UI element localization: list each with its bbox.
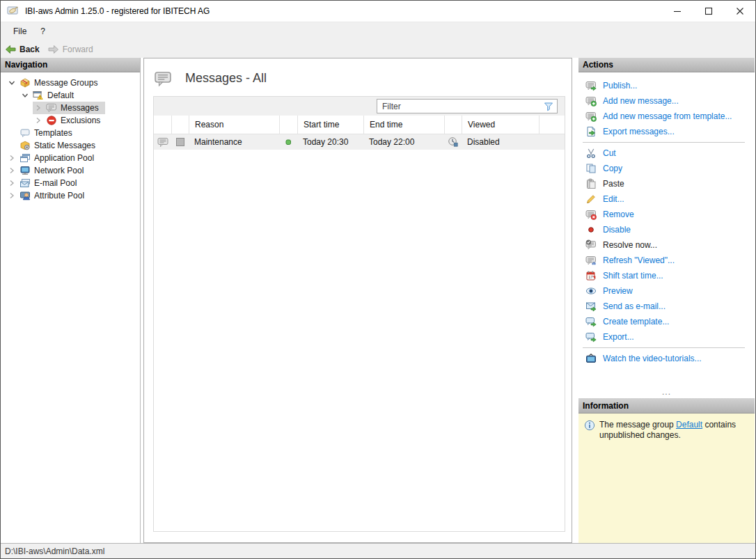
- action-label: Edit...: [603, 194, 624, 204]
- menu-help[interactable]: ?: [33, 24, 52, 39]
- action-send-as-e-mail[interactable]: Send as e-mail...: [578, 299, 755, 314]
- chevron-right-icon[interactable]: [6, 152, 19, 164]
- default-group-link[interactable]: Default: [676, 420, 702, 430]
- chevron-down-icon[interactable]: [19, 90, 32, 101]
- menu-file[interactable]: File: [6, 24, 33, 39]
- app-icon: [7, 6, 19, 17]
- chevron-right-icon[interactable]: [6, 178, 19, 189]
- action-label: Copy: [603, 164, 622, 173]
- filter-field: [377, 99, 558, 113]
- back-button[interactable]: Back: [5, 44, 40, 55]
- action-export-messages[interactable]: Export messages...: [578, 124, 755, 139]
- chevron-right-icon[interactable]: [33, 102, 45, 113]
- remove-icon: [585, 209, 597, 220]
- page-title: Messages - All: [185, 71, 267, 86]
- message-viewed: Disabled: [462, 137, 539, 147]
- message-end-time: Today 22:00: [363, 137, 444, 147]
- column-header-viewed[interactable]: Viewed: [462, 116, 539, 134]
- column-header-spacer: [539, 116, 565, 134]
- action-label: Paste: [603, 179, 624, 189]
- tree-item-messages[interactable]: Messages: [1, 102, 140, 114]
- network-pool-icon: [19, 165, 31, 176]
- tree-item-label: Exclusions: [61, 116, 100, 125]
- information-header: Information: [578, 398, 755, 414]
- tree-item-label: Static Messages: [34, 141, 95, 150]
- forward-label: Forward: [63, 45, 93, 54]
- close-button[interactable]: [724, 1, 755, 22]
- messages-bubble-icon: [153, 70, 173, 87]
- action-watch-the-video-tutorials[interactable]: Watch the video-tutorials...: [578, 351, 755, 366]
- action-preview[interactable]: Preview: [578, 283, 755, 299]
- message-row[interactable]: Maintenance Today 20:30 Today 22:00 Disa…: [154, 134, 565, 150]
- action-shift-start-time[interactable]: 17Shift start time...: [578, 268, 755, 283]
- messages-icon: [46, 102, 57, 113]
- forward-arrow-icon: [48, 44, 59, 55]
- column-header-viewed-icon: [444, 116, 462, 134]
- action-edit[interactable]: Edit...: [578, 191, 755, 207]
- navigation-panel: Navigation Message GroupsDefaultMessages…: [1, 58, 141, 543]
- tree-item-default[interactable]: Default: [1, 89, 140, 102]
- tree-item-label: Templates: [34, 128, 72, 138]
- minimize-button[interactable]: [661, 1, 693, 22]
- action-cut[interactable]: Cut: [578, 145, 755, 161]
- action-remove[interactable]: Remove: [578, 207, 755, 222]
- action-label: Create template...: [603, 317, 669, 326]
- tree-item-e-mail-pool[interactable]: E-mail Pool: [1, 177, 140, 189]
- main-panel: Messages - All Reason Start time End tim…: [143, 58, 572, 543]
- edit-icon: [585, 194, 597, 205]
- action-label: Cut: [603, 148, 616, 158]
- action-label: Watch the video-tutorials...: [603, 354, 702, 363]
- filter-input[interactable]: [377, 99, 558, 113]
- window-title: IBI-aws Admin 1.25.0 - registered for IB…: [25, 6, 210, 16]
- chevron-right-icon[interactable]: [6, 190, 19, 201]
- tree-item-exclusions[interactable]: Exclusions: [1, 114, 140, 127]
- action-label: Shift start time...: [603, 271, 663, 281]
- forward-button: Forward: [48, 44, 93, 55]
- action-label: Add new message from template...: [603, 111, 732, 121]
- tree-item-label: E-mail Pool: [34, 178, 77, 188]
- action-export[interactable]: Export...: [578, 329, 755, 345]
- paste-icon: [585, 178, 597, 189]
- action-paste: Paste: [578, 176, 755, 191]
- action-publish[interactable]: Publish...: [578, 78, 755, 93]
- column-header-status: [279, 116, 297, 134]
- chevron-right-icon[interactable]: [33, 115, 45, 126]
- tree-item-message-groups[interactable]: Message Groups: [1, 77, 140, 89]
- chevron-right-icon[interactable]: [6, 165, 19, 176]
- action-label: Add new message...: [603, 96, 679, 106]
- action-create-template[interactable]: Create template...: [578, 314, 755, 329]
- attribute-pool-icon: [19, 190, 31, 201]
- action-add-new-message[interactable]: Add new message...: [578, 93, 755, 109]
- action-label: Resolve now...: [603, 240, 657, 250]
- tree-item-label: Application Pool: [34, 153, 94, 163]
- chevron-down-icon[interactable]: [6, 77, 19, 88]
- navigation-tree: Message GroupsDefaultMessagesExclusionsT…: [1, 72, 140, 202]
- action-copy[interactable]: Copy: [578, 161, 755, 176]
- app-window: IBI-aws Admin 1.25.0 - registered for IB…: [0, 0, 756, 559]
- panel-splitter-handle[interactable]: ...: [578, 390, 755, 398]
- filter-bar: [154, 97, 565, 116]
- tree-item-static-messages[interactable]: Static Messages: [1, 139, 140, 152]
- action-label: Remove: [603, 210, 634, 219]
- tree-item-attribute-pool[interactable]: Attribute Pool: [1, 189, 140, 202]
- tree-item-label: Network Pool: [34, 166, 84, 175]
- tree-item-label: Messages: [61, 103, 99, 113]
- action-disable[interactable]: Disable: [578, 222, 755, 237]
- window-controls: [661, 1, 755, 22]
- column-header-end-time[interactable]: End time: [363, 116, 444, 134]
- action-add-new-message-from-template[interactable]: Add new message from template...: [578, 109, 755, 124]
- column-header-start-time[interactable]: Start time: [297, 116, 363, 134]
- filter-funnel-icon[interactable]: [543, 101, 554, 112]
- add-message-icon: [585, 111, 597, 122]
- maximize-button[interactable]: [693, 1, 724, 22]
- message-start-time: Today 20:30: [297, 137, 363, 147]
- action-refresh-viewed[interactable]: Refresh "Viewed"...: [578, 253, 755, 268]
- tree-item-application-pool[interactable]: Application Pool: [1, 152, 140, 164]
- info-text-before: The message group: [599, 420, 676, 430]
- svg-text:17: 17: [588, 275, 592, 279]
- tree-item-templates[interactable]: Templates: [1, 127, 140, 139]
- preview-icon: [585, 285, 597, 297]
- column-header-reason[interactable]: Reason: [189, 116, 279, 134]
- message-color-icon: [175, 136, 186, 148]
- tree-item-network-pool[interactable]: Network Pool: [1, 164, 140, 177]
